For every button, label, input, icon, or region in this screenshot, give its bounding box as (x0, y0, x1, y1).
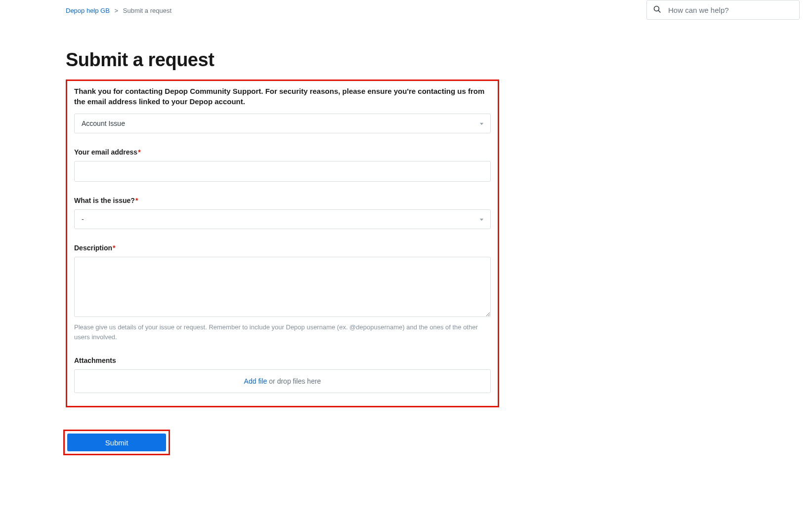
description-label: Description* (74, 244, 491, 252)
add-file-link[interactable]: Add file (244, 377, 267, 385)
svg-line-1 (658, 10, 660, 12)
submit-highlight: Submit (63, 430, 170, 455)
breadcrumb-separator: > (115, 7, 119, 14)
required-star-icon: * (113, 244, 115, 252)
issue-label: What is the issue?* (74, 197, 491, 204)
breadcrumb: Depop help GB > Submit a request (10, 7, 171, 14)
topic-select[interactable]: Account Issue (74, 114, 491, 133)
description-textarea[interactable] (74, 257, 491, 317)
breadcrumb-current: Submit a request (123, 7, 171, 14)
request-form: Thank you for contacting Depop Community… (66, 79, 499, 407)
email-field[interactable] (74, 161, 491, 182)
issue-select[interactable]: - (74, 209, 491, 229)
topic-select-value: Account Issue (82, 119, 125, 127)
email-label: Your email address* (74, 148, 491, 156)
drop-hint: or drop files here (269, 377, 321, 385)
breadcrumb-root-link[interactable]: Depop help GB (66, 7, 110, 14)
issue-select-value: - (82, 215, 84, 223)
required-star-icon: * (138, 148, 140, 156)
description-hint: Please give us details of your issue or … (74, 322, 491, 342)
form-intro: Thank you for contacting Depop Community… (74, 86, 491, 107)
submit-button[interactable]: Submit (67, 434, 166, 451)
page-title: Submit a request (66, 49, 499, 71)
attachments-dropzone[interactable]: Add file or drop files here (74, 369, 491, 393)
search-icon (653, 5, 668, 15)
search-box[interactable] (646, 0, 800, 20)
attachments-label: Attachments (74, 357, 491, 364)
required-star-icon: * (135, 197, 138, 204)
search-input[interactable] (668, 6, 793, 14)
